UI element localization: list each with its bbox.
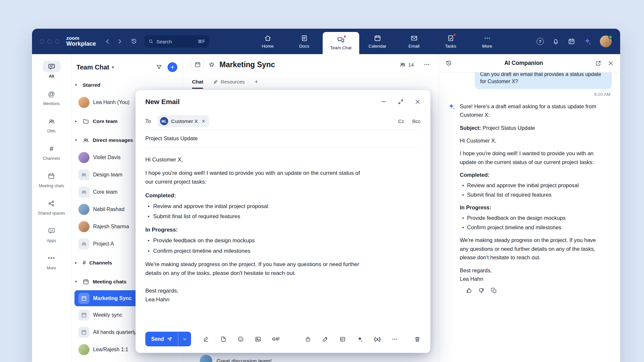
minimize-window-button[interactable] [47, 39, 52, 44]
chat-message[interactable]: Great discussion team! [200, 355, 272, 362]
panel-title: AI Companion [452, 60, 595, 67]
window-controls[interactable] [40, 39, 59, 44]
more-options-icon[interactable] [392, 336, 398, 342]
nav-home[interactable]: Home [250, 29, 286, 54]
zoom-window-button[interactable] [55, 39, 59, 44]
avatar [78, 152, 89, 163]
filter-icon[interactable] [156, 64, 162, 70]
avatar [78, 344, 89, 355]
add-tab-button[interactable]: + [255, 75, 258, 89]
recipient-chip[interactable]: ML Customer X ✕ [158, 115, 209, 127]
calendar-date-icon[interactable] [568, 38, 575, 45]
subject-field[interactable]: Project Status Update [145, 130, 421, 147]
recipient-avatar: ML [160, 117, 168, 125]
template-icon[interactable] [339, 336, 346, 342]
nav-more[interactable]: More [469, 29, 506, 54]
attach-file-icon[interactable] [220, 336, 227, 342]
member-count: 14 [408, 62, 414, 68]
signature-pen-icon[interactable] [203, 336, 209, 342]
rail-more[interactable]: ⋯ More [43, 252, 60, 272]
minimize-icon[interactable] [381, 99, 387, 105]
history-icon[interactable] [131, 38, 137, 45]
meeting-calendar-icon [42, 170, 60, 182]
completed-list: Review and approve the initial project p… [145, 202, 361, 221]
expand-icon[interactable] [398, 99, 404, 105]
avatar [78, 221, 89, 232]
avatar [78, 204, 89, 215]
open-external-icon[interactable] [595, 60, 601, 66]
star-icon[interactable] [208, 61, 215, 68]
tab-resources[interactable]: Resources [213, 75, 245, 89]
help-icon[interactable]: ? [537, 38, 544, 45]
add-chat-button[interactable] [168, 62, 177, 72]
remove-recipient-icon[interactable]: ✕ [201, 118, 206, 124]
ai-sparkle-icon[interactable] [357, 336, 363, 342]
dialog-title: New Email [145, 98, 180, 106]
close-icon[interactable] [608, 60, 614, 66]
group-avatar-icon [78, 169, 89, 180]
send-options-button[interactable] [178, 332, 191, 346]
bcc-button[interactable]: Bcc [412, 118, 421, 124]
gif-button[interactable]: GIF [272, 337, 280, 341]
nav-team-chat[interactable]: Team Chat [323, 32, 359, 54]
ai-intro: Sure! Here's a draft email asking for a … [460, 102, 602, 119]
channel-tabs: Chat Resources + [183, 75, 439, 89]
nav-calendar[interactable]: Calendar [359, 29, 396, 54]
back-button[interactable] [105, 38, 111, 45]
email-signature: Best regards,Lea Hahn [145, 286, 361, 304]
variables-button[interactable]: {x} [374, 336, 381, 342]
ai-companion-panel: AI Companion Can you draft an email that… [439, 54, 620, 362]
history-icon[interactable] [445, 60, 452, 67]
tasks-icon [447, 34, 454, 42]
edit-pencil-icon[interactable] [322, 336, 329, 342]
people-icon [43, 115, 60, 127]
rail-all[interactable]: All [43, 61, 60, 80]
rail-apps[interactable]: Apps [43, 225, 60, 245]
nav-docs[interactable]: Docs [286, 29, 323, 54]
inprogress-list: Provide feedback on the design mockups C… [145, 236, 361, 255]
caret-down-icon: ▾ [75, 279, 79, 284]
meeting-calendar-icon [83, 279, 89, 285]
hash-icon: # [43, 143, 60, 155]
forward-button[interactable] [116, 38, 123, 45]
close-window-button[interactable] [40, 39, 44, 44]
group-avatar-icon [78, 187, 89, 198]
notifications-bell-icon[interactable] [552, 38, 559, 45]
search-input[interactable]: Search ⌘F [144, 35, 209, 48]
cc-button[interactable]: Cc [398, 118, 404, 124]
rail-meeting-chats[interactable]: Meeting chats [39, 170, 64, 190]
members-button[interactable]: 14 [399, 61, 414, 68]
rail-mentions[interactable]: @ Mentions [43, 88, 60, 108]
send-button[interactable]: Send [145, 332, 178, 346]
nav-email[interactable]: Email [396, 29, 432, 54]
meeting-calendar-icon[interactable] [191, 58, 204, 71]
rail-dms[interactable]: DMs [43, 115, 60, 135]
ai-companion-icon[interactable] [584, 38, 591, 45]
caret-right-icon: ▸ [75, 119, 79, 123]
chatlist-title[interactable]: Team Chat [76, 64, 109, 71]
top-bar: zoom Workplace Search ⌘F Home Docs [32, 29, 620, 54]
delete-draft-icon[interactable] [414, 336, 421, 342]
thumbs-down-icon[interactable] [478, 287, 485, 294]
user-avatar[interactable] [600, 36, 612, 47]
people-icon [83, 137, 89, 143]
more-options-icon[interactable] [424, 61, 430, 68]
thumbs-up-icon[interactable] [466, 287, 472, 294]
rail-channels[interactable]: # Channels [43, 143, 60, 162]
copy-icon[interactable] [491, 287, 497, 294]
ai-inprogress-list: Provide feedback on the design mockups C… [460, 214, 602, 232]
hash-icon: # [83, 260, 86, 266]
docs-icon [301, 34, 308, 42]
user-message-bubble: Can you draft an email that provides a s… [475, 72, 612, 89]
group-avatar-icon [78, 238, 89, 249]
image-icon[interactable] [255, 336, 261, 342]
tab-chat[interactable]: Chat [192, 75, 203, 89]
close-icon[interactable] [415, 99, 421, 105]
nav-tasks[interactable]: Tasks [432, 29, 469, 54]
notification-dot [343, 35, 346, 38]
emoji-icon[interactable] [237, 336, 244, 342]
email-body-editor[interactable]: Hi Customer X, I hope you're doing well!… [145, 155, 361, 328]
rail-shared-spaces[interactable]: Shared spaces [38, 198, 65, 217]
lock-icon[interactable] [305, 336, 311, 342]
chevron-down-icon[interactable]: ▾ [112, 65, 114, 69]
